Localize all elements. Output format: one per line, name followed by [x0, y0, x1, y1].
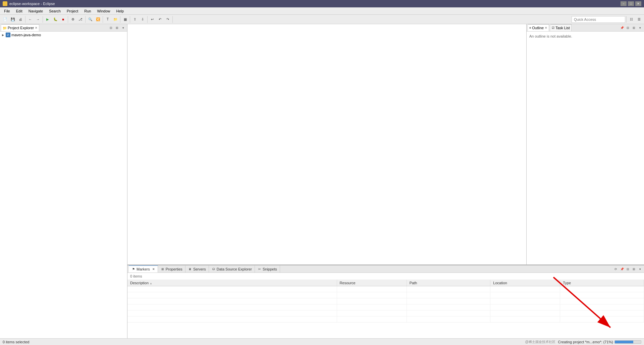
toolbar-open-resource-button[interactable]: 📁 [112, 16, 119, 23]
tab-markers[interactable]: ⚑ Markers ✕ [129, 265, 158, 273]
toolbar-open-perspective-button[interactable]: ☷ [628, 16, 635, 23]
menu-help[interactable]: Help [114, 8, 127, 14]
tab-properties[interactable]: ⊞ Properties [158, 265, 185, 273]
toolbar-back-button[interactable]: ← [26, 16, 34, 23]
toolbar-separator-7 [130, 16, 130, 23]
outline-controls: 📌 ⊟ ⊞ ▾ [619, 25, 643, 31]
pe-minimize-button[interactable]: ⊟ [108, 25, 114, 31]
tab-servers[interactable]: 🖥 Servers [185, 265, 209, 273]
servers-label: Servers [193, 267, 206, 271]
tab-snippets[interactable]: ✂ Snippets [255, 265, 280, 273]
tab-task-list[interactable]: ☑ Task List [550, 24, 572, 31]
minimize-button[interactable]: − [621, 1, 627, 6]
pe-view-menu-button[interactable]: ▾ [120, 25, 126, 31]
menu-window[interactable]: Window [94, 8, 113, 14]
table-row [127, 298, 644, 304]
progress-bar-container [614, 340, 641, 344]
tree-item-project[interactable]: ▶ maven-java-demo [0, 32, 127, 38]
col-header-description[interactable]: Description ▲ [127, 280, 337, 286]
status-selection: 0 items selected [3, 340, 29, 344]
markers-icon: ⚑ [131, 267, 136, 271]
toolbar-separator-4 [85, 16, 86, 23]
pe-maximize-button[interactable]: ⊞ [114, 25, 120, 31]
bottom-menu-button[interactable]: ▾ [637, 266, 643, 272]
toolbar-open-type-button[interactable]: T [104, 16, 111, 23]
markers-count: 0 items [130, 274, 142, 278]
center-column: ≡ Outline ✕ ☑ Task List 📌 ⊟ ⊞ ▾ [127, 24, 644, 338]
toolbar-forward-button[interactable]: → [34, 16, 42, 23]
menu-file[interactable]: File [1, 8, 13, 14]
progress-section: Creating project *m...emo*: (71%) [558, 340, 641, 344]
menu-project[interactable]: Project [64, 8, 81, 14]
toolbar-redo-button[interactable]: ↷ [164, 16, 171, 23]
toolbar-new-button[interactable]: 📄 [1, 16, 9, 23]
status-bar: 0 items selected @稀土掘金技术社区 Creating proj… [0, 338, 644, 345]
toolbar-search-button[interactable]: 🔍 [87, 16, 94, 23]
datasource-label: Data Source Explorer [217, 267, 252, 271]
bottom-maximize-button[interactable]: ⊞ [631, 266, 637, 272]
table-row [127, 286, 644, 292]
properties-icon: ⊞ [161, 267, 165, 271]
eclipse-icon [3, 1, 7, 6]
outline-content: An outline is not available. [527, 32, 644, 41]
bottom-pin-button[interactable]: 📌 [619, 266, 625, 272]
editor-content[interactable] [127, 24, 526, 264]
outline-header: ≡ Outline ✕ ☑ Task List 📌 ⊟ ⊞ ▾ [527, 24, 644, 32]
tab-project-explorer[interactable]: 📁 Project Explorer ✕ [1, 24, 39, 31]
toolbar-clean-button[interactable]: ⎇ [77, 16, 84, 23]
toolbar-prev-annotation-button[interactable]: ⇧ [131, 16, 139, 23]
project-explorer-label: Project Explorer [8, 26, 34, 30]
outline-maximize-button[interactable]: ⊞ [631, 25, 637, 31]
bottom-minimize-button[interactable]: ⊟ [625, 266, 631, 272]
toolbar-separator-10 [626, 16, 627, 23]
project-explorer-close[interactable]: ✕ [35, 26, 38, 30]
tab-datasource[interactable]: ⛁ Data Source Explorer [209, 265, 255, 273]
menu-navigate[interactable]: Navigate [26, 8, 46, 14]
toolbar-print-button[interactable]: 🖨 [17, 16, 24, 23]
toolbar-separator-3 [68, 16, 68, 23]
toolbar-separator-9 [172, 16, 173, 23]
toolbar-separator-5 [103, 16, 103, 23]
outline-icon: ≡ [529, 26, 531, 30]
toolbar-separator-2 [43, 16, 43, 23]
toolbar-build-button[interactable]: ⚙ [69, 16, 76, 23]
bottom-sync-button[interactable]: ⟳ [613, 266, 619, 272]
status-right: @稀土掘金技术社区 Creating project *m...emo*: (7… [525, 340, 641, 344]
table-row [127, 316, 644, 323]
markers-close[interactable]: ✕ [152, 267, 155, 271]
task-list-icon: ☑ [552, 26, 554, 30]
col-header-location[interactable]: Location [490, 280, 560, 286]
toolbar-stop-button[interactable]: ■ [59, 16, 67, 23]
toolbar-run-button[interactable]: ▶ [44, 16, 51, 23]
col-header-resource[interactable]: Resource [337, 280, 407, 286]
close-button[interactable]: ✕ [635, 1, 641, 6]
maximize-button[interactable]: □ [628, 1, 634, 6]
bottom-panel-controls: ⟳ 📌 ⊟ ⊞ ▾ [613, 266, 643, 272]
menu-edit[interactable]: Edit [13, 8, 25, 14]
menu-search[interactable]: Search [46, 8, 63, 14]
toolbar-refactor-button[interactable]: 🔀 [94, 16, 102, 23]
toolbar-separator-6 [120, 16, 120, 23]
toolbar-last-edit-button[interactable]: ↩ [149, 16, 156, 23]
title-bar: eclipse-workspace - Eclipse − □ ✕ [0, 0, 644, 7]
markers-table-header-row: Description ▲ Resource Path Location Typ… [127, 280, 644, 286]
toolbar-next-annotation-button[interactable]: ⇩ [139, 16, 146, 23]
quick-access-input[interactable] [572, 16, 625, 23]
project-explorer-icon: 📁 [3, 26, 7, 30]
tab-outline[interactable]: ≡ Outline ✕ [528, 24, 549, 31]
outline-menu-button[interactable]: ▾ [637, 25, 643, 31]
col-header-type[interactable]: Type [560, 280, 644, 286]
watermark-text: @稀土掘金技术社区 [525, 340, 555, 344]
toolbar-save-button[interactable]: 💾 [9, 16, 16, 23]
toolbar-undo-button[interactable]: ↶ [156, 16, 164, 23]
toolbar-debug-button[interactable]: 🐛 [52, 16, 59, 23]
window-controls: − □ ✕ [621, 1, 641, 6]
outline-minimize-button[interactable]: ⊟ [625, 25, 631, 31]
toolbar-perspective-button[interactable]: ▦ [121, 16, 129, 23]
col-header-path[interactable]: Path [407, 280, 490, 286]
markers-table: Description ▲ Resource Path Location Typ… [127, 280, 644, 323]
menu-run[interactable]: Run [82, 8, 94, 14]
toolbar-views-menu-button[interactable]: ☰ [635, 16, 643, 23]
outline-close[interactable]: ✕ [545, 26, 547, 30]
outline-pin-button[interactable]: 📌 [619, 25, 625, 31]
